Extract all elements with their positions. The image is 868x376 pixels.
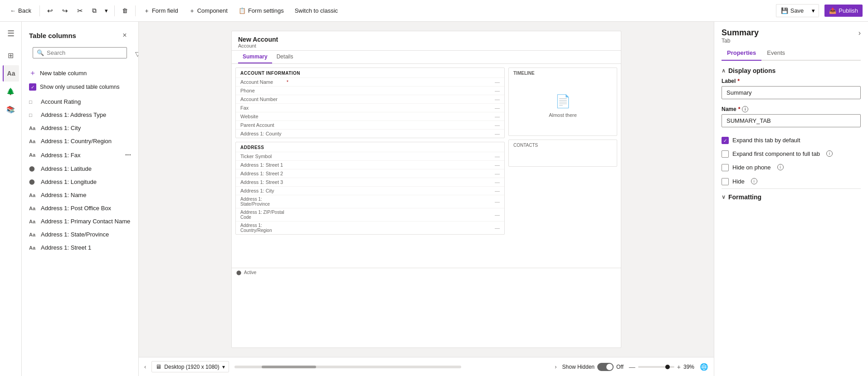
back-button[interactable]: ← Back	[5, 5, 36, 17]
hide-info-icon[interactable]: i	[751, 178, 757, 184]
list-item-label: Account Rating	[41, 98, 81, 105]
back-label: Back	[18, 7, 31, 14]
canvas-inner: New Account Account Summary Details ACCO…	[139, 22, 714, 357]
desktop-label: Desktop (1920 x 1080)	[164, 364, 219, 370]
scroll-thumb	[262, 366, 316, 368]
expand-tab-checkbox[interactable]: ✓	[722, 137, 729, 144]
row-country: Address 1: Country/Region —	[236, 221, 504, 234]
zoom-minus-button[interactable]: —	[629, 363, 635, 371]
close-panel-button[interactable]: ×	[118, 29, 131, 42]
list-item[interactable]: Aa Address 1: Name	[22, 188, 138, 202]
list-item[interactable]: Aa Address 1: Country/Region	[22, 135, 138, 148]
expand-first-info-icon[interactable]: i	[826, 150, 833, 157]
side-panel: Table columns × 🔍 ▽ ▾ ＋ New table column…	[22, 22, 139, 376]
nav-form-libraries[interactable]: 📚	[3, 101, 19, 118]
label-input[interactable]	[722, 86, 861, 99]
list-item[interactable]: Aa Address 1: Fax ···	[22, 148, 138, 162]
desktop-selector[interactable]: 🖥 Desktop (1920 x 1080) ▾	[151, 361, 229, 372]
show-hidden-toggle[interactable]	[597, 363, 614, 371]
publish-label: Publish	[839, 7, 858, 14]
scroll-area	[234, 366, 550, 368]
save-dropdown-icon: ▾	[812, 7, 815, 14]
tab-properties[interactable]: Properties	[722, 46, 761, 61]
form-field-button[interactable]: ＋ Form field	[139, 4, 183, 18]
form-preview-title: New Account	[238, 36, 614, 43]
row-zip: Address 1: ZIP/Postal Code —	[236, 208, 504, 221]
left-nav: ☰ ⊞ Aa 🌲 📚	[0, 22, 22, 376]
zoom-plus-button[interactable]: +	[677, 363, 681, 371]
list-item[interactable]: Aa Address 1: Post Office Box	[22, 202, 138, 215]
row-state: Address 1: State/Province —	[236, 195, 504, 208]
publish-icon: 📤	[829, 7, 836, 14]
right-panel-chevron[interactable]: ›	[858, 29, 861, 37]
list-item-more-icon[interactable]: ···	[125, 151, 131, 159]
nav-hamburger[interactable]: ☰	[3, 25, 19, 42]
form-left: ACCOUNT INFORMATION Account Name * — Pho…	[235, 67, 505, 264]
display-options-section-header[interactable]: ∧ Display options	[722, 61, 861, 78]
hide-phone-checkbox[interactable]	[722, 164, 729, 171]
cut-button[interactable]: ✂	[73, 4, 87, 18]
component-button[interactable]: ＋ Component	[185, 4, 232, 18]
copy-button[interactable]: ⧉	[88, 4, 100, 17]
form-settings-button[interactable]: 📋 Form settings	[234, 5, 288, 17]
hide-phone-info-icon[interactable]: i	[777, 164, 784, 170]
list-item[interactable]: □ Account Rating	[22, 95, 138, 108]
label-field-label: Label *	[722, 78, 861, 84]
row-fax: Fax —	[236, 103, 504, 112]
switch-classic-label: Switch to classic	[295, 7, 338, 14]
separator-3	[135, 5, 136, 16]
list-item[interactable]: ⬤ Address 1: Longitude	[22, 175, 138, 188]
list-item[interactable]: Aa Address 1: Street 1	[22, 241, 138, 254]
list-item[interactable]: □ Address 1: Address Type	[22, 108, 138, 121]
form-tab-summary[interactable]: Summary	[238, 51, 272, 63]
bottom-left-arrow[interactable]: ‹	[144, 363, 146, 370]
right-panel-content: ∧ Display options Label * Name * i	[714, 61, 868, 376]
formatting-section-header[interactable]: ∨ Formatting	[722, 188, 861, 202]
address-header: ADDRESS	[236, 142, 504, 152]
show-hidden-label: Show Hidden	[562, 364, 595, 370]
show-unused-checkbox[interactable]: ✓	[29, 83, 36, 91]
delete-button[interactable]: 🗑	[118, 5, 132, 17]
name-field-label: Name * i	[722, 106, 861, 112]
new-table-column-item[interactable]: ＋ New table column	[22, 66, 138, 81]
globe-icon[interactable]: 🌐	[700, 363, 708, 371]
search-input[interactable]	[47, 49, 123, 56]
row-city: Address 1: City —	[236, 186, 504, 195]
toggle-knob	[606, 364, 613, 370]
delete-icon: 🗑	[122, 7, 128, 14]
form-tab-details[interactable]: Details	[272, 51, 298, 63]
hide-phone-label: Hide on phone	[732, 164, 771, 172]
row-account-number: Account Number —	[236, 95, 504, 103]
list-item[interactable]: Aa Address 1: Primary Contact Name	[22, 215, 138, 228]
dropdown-button[interactable]: ▾	[102, 5, 111, 17]
toolbar: ← Back ↩ ↪ ✂ ⧉ ▾ 🗑 ＋ Form field ＋ Compon…	[0, 0, 868, 22]
save-button[interactable]: 💾 Save	[776, 4, 809, 17]
list-item[interactable]: Aa Address 1: City	[22, 121, 138, 135]
undo-button[interactable]: ↩	[44, 4, 57, 18]
tab-events[interactable]: Events	[761, 46, 790, 61]
expand-first-checkbox[interactable]	[722, 150, 729, 158]
switch-classic-button[interactable]: Switch to classic	[290, 5, 342, 17]
desktop-icon: 🖥	[156, 363, 161, 370]
dropdown-icon: ▾	[105, 7, 108, 14]
list-item-label: Address 1: City	[41, 125, 81, 131]
list-item-label: Address 1: Primary Contact Name	[41, 218, 130, 225]
publish-button[interactable]: 📤 Publish	[824, 5, 863, 17]
hide-checkbox[interactable]	[722, 178, 729, 185]
bottom-right-arrow[interactable]: ›	[555, 363, 556, 370]
redo-button[interactable]: ↪	[59, 4, 72, 18]
components-icon: ⊞	[8, 51, 14, 60]
list-item-label: Address 1: Country/Region	[41, 138, 112, 145]
show-unused-item[interactable]: ✓ Show only unused table columns	[22, 81, 138, 93]
name-info-icon[interactable]: i	[742, 106, 748, 112]
main-layout: ☰ ⊞ Aa 🌲 📚 Table columns × 🔍	[0, 22, 868, 376]
save-icon: 💾	[781, 7, 788, 14]
nav-tree-view[interactable]: 🌲	[3, 83, 19, 100]
filter-icon[interactable]: ▽	[135, 50, 139, 58]
name-input[interactable]	[722, 114, 861, 127]
nav-table-columns[interactable]: Aa	[3, 65, 19, 82]
nav-components[interactable]: ⊞	[3, 47, 19, 63]
list-item[interactable]: Aa Address 1: State/Province	[22, 228, 138, 241]
save-dropdown-button[interactable]: ▾	[808, 4, 819, 17]
list-item[interactable]: ⬤ Address 1: Latitude	[22, 162, 138, 175]
